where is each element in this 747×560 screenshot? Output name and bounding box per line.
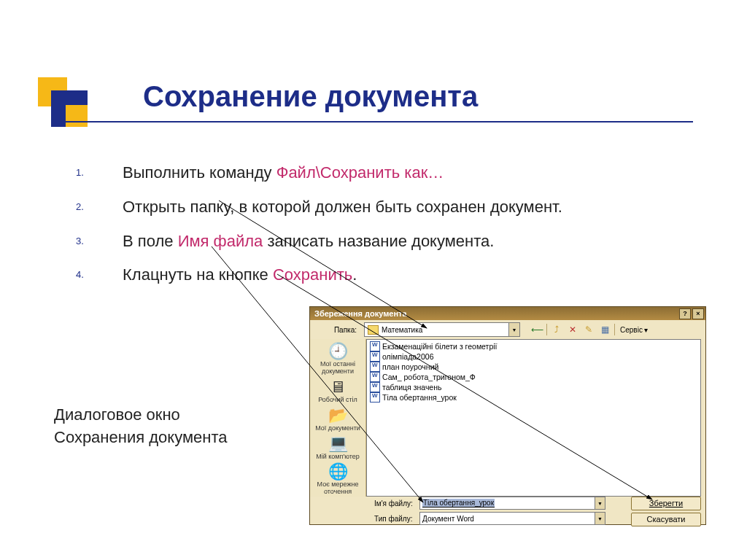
service-menu[interactable]: Сервіс ▾	[618, 323, 650, 336]
filetype-select[interactable]: Документ Word ▼	[419, 512, 605, 525]
help-icon[interactable]: ?	[679, 308, 691, 319]
chevron-down-icon: ▾	[644, 326, 648, 334]
sidebar-item-recent[interactable]: 🕘 Мої останні документи	[314, 342, 362, 376]
views-icon[interactable]: ▦	[598, 323, 611, 336]
step-prefix: Открыть папку, в которой должен быть сох…	[123, 198, 562, 216]
dialog-caption: Диалоговое окно Сохранения документа	[54, 404, 227, 449]
delete-icon[interactable]: ✕	[566, 323, 579, 336]
separator	[614, 324, 615, 335]
step-suffix: .	[352, 265, 357, 284]
folder-combo[interactable]: Математика ▼	[364, 322, 520, 337]
file-listbox[interactable]: Екзаменаційні білети з геометрії олімпіа…	[366, 339, 701, 497]
cancel-button[interactable]: Скасувати	[631, 513, 701, 526]
dialog-location-bar: Папка: Математика ▼ ⟵ ⤴ ✕ ✎ ▦ Сервіс ▾	[310, 320, 705, 339]
document-icon	[370, 351, 380, 362]
sidebar-item-label: Мій комп'ютер	[316, 454, 359, 461]
sidebar-item-label: Мої останні документи	[314, 361, 362, 376]
document-icon	[370, 341, 380, 351]
document-icon	[370, 382, 380, 392]
list-item[interactable]: Екзаменаційні білети з геометрії	[370, 341, 697, 351]
step-highlight: Файл\Сохранить как…	[276, 163, 444, 182]
chevron-down-icon[interactable]: ▼	[508, 323, 519, 336]
filename-label: Ім'я файлу:	[374, 499, 417, 508]
up-icon[interactable]: ⤴	[550, 323, 563, 336]
filetype-label: Тип файлу:	[374, 515, 417, 523]
history-icon: 🕘	[327, 342, 349, 361]
filename-input[interactable]: Тіла обертання_урок ▼	[419, 497, 605, 510]
sidebar-item-label: Робочий стіл	[318, 397, 357, 404]
chevron-down-icon[interactable]: ▼	[595, 513, 605, 524]
list-item[interactable]: таблиця значень	[370, 382, 697, 392]
separator	[546, 324, 547, 335]
list-item: 4. Клацнуть на кнопке Сохранить.	[76, 264, 601, 287]
computer-icon: 💻	[327, 435, 349, 454]
list-item: 3. В поле Имя файла записать название до…	[76, 230, 601, 253]
network-icon: 🌐	[327, 462, 349, 481]
new-folder-icon[interactable]: ✎	[582, 323, 595, 336]
sidebar-item-computer[interactable]: 💻 Мій комп'ютер	[314, 435, 362, 461]
list-item[interactable]: Тіла обертання_урок	[370, 392, 697, 402]
sidebar-item-mydocs[interactable]: 📂 Мої документи	[314, 406, 362, 432]
folder-icon: 📂	[327, 406, 349, 425]
list-item[interactable]: Сам_ робота_тригоном_Ф	[370, 372, 697, 382]
dialog-title: Збереження документа	[314, 309, 407, 318]
step-suffix: записать название документа.	[263, 232, 494, 250]
folder-label: Папка:	[314, 326, 360, 334]
document-icon	[370, 362, 380, 372]
save-dialog: Збереження документа ? × Папка: Математи…	[309, 306, 706, 525]
folder-icon	[368, 325, 379, 335]
step-highlight: Сохранить	[273, 265, 352, 284]
list-item[interactable]: олімпіада2006	[370, 351, 697, 362]
step-highlight: Имя файла	[178, 232, 263, 250]
sidebar-item-desktop[interactable]: 🖥 Робочий стіл	[314, 378, 362, 404]
sidebar-item-label: Мої документи	[315, 425, 360, 432]
sidebar-item-network[interactable]: 🌐 Моє мережне оточення	[314, 462, 362, 496]
folder-value: Математика	[382, 326, 422, 334]
filename-value: Тіла обертання_урок	[422, 499, 495, 508]
desktop-icon: 🖥	[327, 378, 349, 397]
page-title: Сохранение документа	[143, 80, 478, 113]
document-icon	[370, 392, 380, 402]
list-item: 1. Выполнить команду Файл\Сохранить как…	[76, 162, 601, 184]
document-icon	[370, 372, 380, 382]
sidebar-item-label: Моє мережне оточення	[314, 481, 362, 496]
filetype-value: Документ Word	[422, 515, 474, 523]
close-icon[interactable]: ×	[692, 308, 704, 319]
chevron-down-icon[interactable]: ▼	[595, 497, 605, 509]
step-prefix: Выполнить команду	[123, 163, 276, 182]
instruction-list: 1. Выполнить команду Файл\Сохранить как……	[47, 162, 601, 298]
dialog-places-bar: 🕘 Мої останні документи 🖥 Робочий стіл 📂…	[310, 339, 366, 497]
step-prefix: Клацнуть на кнопке	[123, 265, 273, 284]
dialog-titlebar[interactable]: Збереження документа ? ×	[310, 307, 705, 320]
list-item: 2. Открыть папку, в которой должен быть …	[76, 196, 601, 219]
title-underline	[51, 121, 693, 122]
back-icon[interactable]: ⟵	[530, 323, 543, 336]
list-item[interactable]: план поурочний	[370, 362, 697, 372]
step-prefix: В поле	[123, 232, 178, 250]
slide-logo	[38, 77, 118, 143]
save-button[interactable]: Зберегти	[631, 497, 701, 510]
